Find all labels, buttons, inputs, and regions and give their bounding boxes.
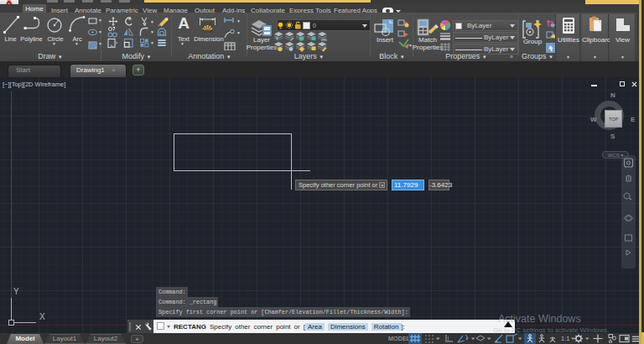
svg-text:1:1: 1:1: [561, 335, 569, 342]
svg-text:0: 0: [313, 23, 316, 29]
